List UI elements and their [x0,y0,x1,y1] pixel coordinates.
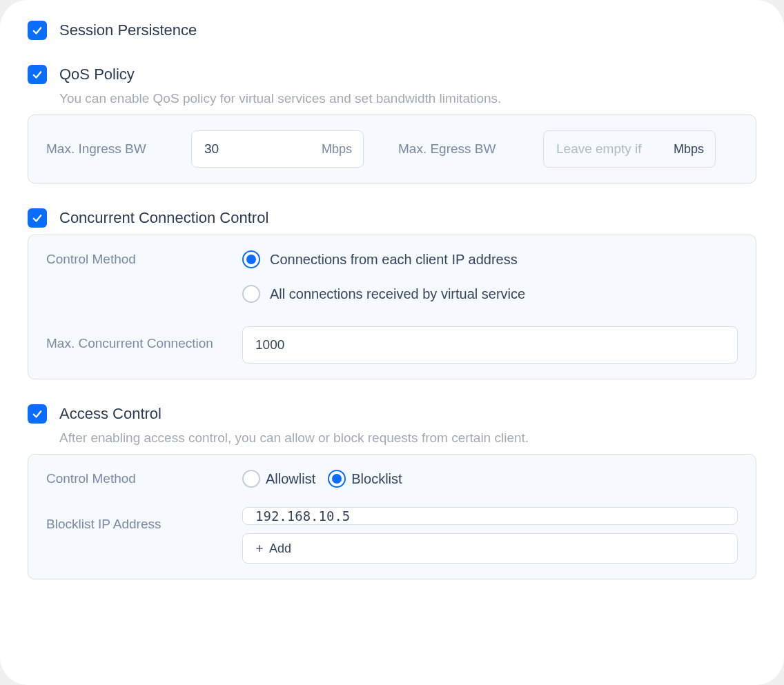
radio-per-client-ip[interactable] [242,250,260,268]
add-button-label: Add [269,542,291,556]
qos-policy-checkbox[interactable] [28,65,47,84]
control-method-option-all[interactable]: All connections received by virtual serv… [242,285,525,303]
access-method-options: Allowlist Blocklist [242,470,409,488]
add-button[interactable]: Add [242,533,738,564]
access-method-row: Control Method Allowlist Blocklist [46,470,738,488]
max-ingress-label: Max. Ingress BW [46,141,170,157]
blocklist-ip-row: Blocklist IP Address Add [46,507,738,564]
qos-panel: Max. Ingress BW Mbps Max. Egress BW Mbps [28,115,756,183]
max-egress-label: Max. Egress BW [398,141,522,157]
max-concurrent-label: Max. Concurrent Connection [46,326,226,353]
radio-allowlist[interactable] [242,470,260,488]
plus-icon [254,543,265,554]
max-egress-input-wrap: Mbps [543,130,716,168]
section-qos-policy: QoS Policy You can enable QoS policy for… [28,65,756,183]
concurrent-connection-title: Concurrent Connection Control [59,209,268,227]
max-ingress-input[interactable] [203,141,315,157]
check-icon [31,68,43,81]
control-method-option-per-client[interactable]: Connections from each client IP address [242,250,525,268]
max-concurrent-input[interactable] [254,337,726,353]
control-method-options: Connections from each client IP address … [242,250,525,303]
section-session-persistence: Session Persistence [28,21,756,40]
ingress-unit: Mbps [322,142,352,157]
access-control-panel: Control Method Allowlist Blocklist Block… [28,454,756,579]
access-control-checkbox[interactable] [28,404,47,424]
radio-all-connections[interactable] [242,285,260,303]
section-header: Concurrent Connection Control [28,208,756,228]
control-method-row: Control Method Connections from each cli… [46,250,738,303]
max-ingress-input-wrap: Mbps [191,130,364,168]
session-persistence-title: Session Persistence [59,21,197,39]
check-icon [31,212,43,224]
check-icon [31,408,43,420]
section-concurrent-connection: Concurrent Connection Control Control Me… [28,208,756,379]
blocklist-ip-field: Add [242,507,738,564]
max-concurrent-input-wrap [242,326,738,364]
session-persistence-checkbox[interactable] [28,21,47,40]
control-method-label: Control Method [46,250,226,267]
qos-row: Max. Ingress BW Mbps Max. Egress BW Mbps [46,130,738,168]
blocklist-ip-input[interactable] [254,508,726,524]
radio-all-connections-label: All connections received by virtual serv… [270,286,525,302]
radio-per-client-ip-label: Connections from each client IP address [270,252,518,268]
max-concurrent-row: Max. Concurrent Connection [46,326,738,364]
settings-card: Session Persistence QoS Policy You can e… [0,0,784,685]
access-control-description: After enabling access control, you can a… [59,430,756,446]
radio-allowlist-label: Allowlist [266,471,315,487]
radio-blocklist[interactable] [328,470,346,488]
access-control-title: Access Control [59,405,161,423]
access-method-label: Control Method [46,471,226,486]
max-egress-input[interactable] [555,141,667,157]
section-header: Session Persistence [28,21,756,40]
concurrent-connection-panel: Control Method Connections from each cli… [28,235,756,379]
check-icon [31,24,43,37]
blocklist-ip-input-wrap [242,507,738,525]
radio-blocklist-label: Blocklist [351,471,402,487]
section-header: QoS Policy [28,65,756,84]
section-header: Access Control [28,404,756,424]
concurrent-connection-checkbox[interactable] [28,208,47,228]
section-access-control: Access Control After enabling access con… [28,404,756,579]
qos-policy-description: You can enable QoS policy for virtual se… [59,91,756,106]
qos-policy-title: QoS Policy [59,66,135,83]
blocklist-ip-label: Blocklist IP Address [46,507,226,532]
egress-unit: Mbps [674,142,704,157]
